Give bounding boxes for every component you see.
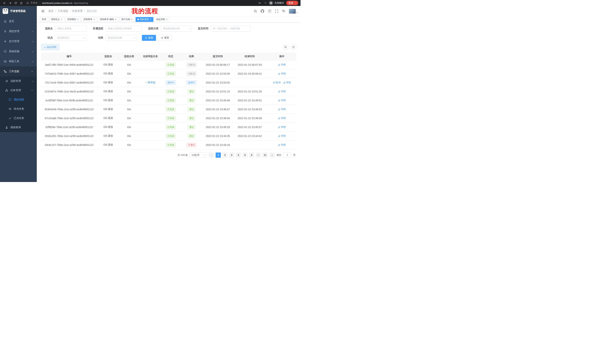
tab-我的流程[interactable]: 我的流程× (136, 17, 153, 22)
search-button[interactable]: 搜索 (142, 35, 156, 41)
detail-action[interactable]: 详情 (278, 99, 286, 102)
breadcrumb-home[interactable]: 首页 (48, 10, 53, 13)
home-nav-icon[interactable] (19, 1, 23, 5)
cell-end-time: 2022-01-23 00:07:03 (232, 60, 267, 69)
sidebar-item-leave-query[interactable]: 请假查询 (0, 123, 37, 132)
page-button-11[interactable]: 11 (262, 153, 268, 158)
tab-流程模型[interactable]: 流程模型× (65, 17, 81, 22)
placeholder-text: 请输入流程名 (57, 27, 72, 30)
tab-用户分组[interactable]: 用户分组× (119, 17, 135, 22)
app-logo[interactable]: 芋道管理系统 (0, 6, 37, 16)
cell-result: 通过 (180, 105, 204, 114)
sidebar-item-task-management[interactable]: 任务管理 (0, 86, 37, 95)
tab-发起流程[interactable]: 发起流程× (154, 17, 170, 22)
browser-menu-icon[interactable]: ⋮ (294, 2, 297, 4)
page-size-select[interactable]: 10条/页 (190, 153, 207, 158)
detail-action[interactable]: 详情 (278, 63, 286, 67)
detail-action[interactable]: 详情 (278, 72, 286, 75)
parent-process-input[interactable]: 请输入流程定义的编号 (105, 26, 142, 31)
tab-流程定义[interactable]: 流程定义× (49, 17, 64, 22)
create-process-button[interactable]: + 发起流程 (41, 44, 60, 50)
sidebar-menu: 首页 系统管理 ¥ 支付管理 基础设施 研发工具 (0, 16, 37, 132)
current-task-link[interactable]: 一级审批 (145, 81, 155, 84)
sidebar-item-payment[interactable]: ¥ 支付管理 (0, 36, 37, 46)
goto-page-input[interactable] (283, 153, 291, 158)
sidebar-item-dev-tools[interactable]: 研发工具 (0, 56, 37, 67)
tab-close-icon[interactable]: × (166, 18, 168, 21)
help-icon[interactable]: ? (268, 9, 271, 13)
tab-label: 流程定义 (51, 18, 60, 21)
detail-action[interactable]: 详情 (278, 143, 286, 147)
detail-action[interactable]: 详情 (278, 125, 286, 129)
tab-close-icon[interactable]: × (61, 18, 63, 21)
page-button-2[interactable]: 2 (222, 153, 228, 158)
page-button-1[interactable]: 1 (216, 153, 221, 158)
cell-category: OA (119, 96, 139, 105)
cell-current-task (139, 132, 162, 140)
page-ellipsis[interactable]: ••• (256, 153, 261, 158)
reload-icon[interactable] (13, 1, 18, 5)
cell-id: 03c6c157-7b9a-11ec-a290-acde48001122 (41, 140, 97, 149)
reset-button[interactable]: 重置 (158, 35, 172, 41)
font-size-icon[interactable]: TT (282, 9, 285, 13)
next-page-button[interactable]: › (270, 153, 275, 158)
category-select[interactable]: 请选择流程分类 (161, 26, 192, 31)
sidebar-item-my-process[interactable]: 我的流程 (0, 95, 37, 104)
breadcrumb-task-management[interactable]: 任务管理 (72, 10, 82, 13)
address-bar[interactable]: 不安全 | dashboard.yudao.iocoder.cn/bpm/tas… (26, 1, 257, 5)
column-header-category: 流程分类 (119, 53, 139, 60)
detail-action[interactable]: 详情 (278, 108, 286, 111)
page-button-3[interactable]: 3 (229, 153, 234, 158)
tab-close-icon[interactable]: × (77, 18, 79, 21)
tab-流程表单-编辑[interactable]: 流程表单-编辑× (98, 17, 119, 22)
sidebar-item-todo-tasks[interactable]: 待办任务 (0, 104, 37, 114)
password-key-icon[interactable] (258, 1, 262, 5)
detail-action[interactable]: 详情 (278, 116, 286, 120)
detail-action[interactable]: 详情 (278, 134, 286, 138)
refresh-table-button[interactable] (290, 44, 296, 50)
tab-close-icon[interactable]: × (115, 18, 117, 21)
tab-首页[interactable]: 首页 (40, 17, 48, 22)
cell-result: 处理中 (180, 78, 204, 87)
page-button-4[interactable]: 4 (236, 153, 241, 158)
chrome-update-button[interactable]: 更新 ⋮ (286, 1, 298, 5)
tab-close-icon[interactable]: × (93, 18, 95, 21)
start-date-placeholder: 开始日期 (217, 27, 227, 30)
result-select[interactable]: 请选择流结果 (105, 35, 137, 41)
sidebar-item-process-management[interactable]: 流程管理 (0, 77, 37, 86)
cell-submit-time: 2022-01-22 23:44:35 (204, 132, 232, 140)
sidebar-item-workflow[interactable]: 工作流程 (0, 67, 37, 77)
forward-icon[interactable] (8, 1, 12, 5)
github-icon[interactable] (260, 9, 264, 13)
prev-page-button[interactable]: ‹ (209, 153, 214, 158)
toggle-search-button[interactable] (283, 44, 289, 50)
sidebar-item-system[interactable]: 系统管理 (0, 26, 37, 36)
status-badge: 已完成 (165, 125, 176, 130)
page-button-6[interactable]: 6 (249, 153, 254, 158)
process-name-input[interactable]: 请输入流程名 (55, 26, 87, 31)
search-icon[interactable] (253, 9, 257, 13)
fullscreen-icon[interactable] (275, 9, 278, 13)
back-icon[interactable] (2, 1, 7, 5)
tab-流程表单[interactable]: 流程表单× (81, 17, 97, 22)
sidebar-item-done-tasks[interactable]: 已办任务 (0, 114, 37, 123)
sidebar-item-infrastructure[interactable]: 基础设施 (0, 46, 37, 56)
detail-action[interactable]: 详情 (283, 81, 291, 84)
breadcrumb-workflow[interactable]: 工作流程 (58, 10, 68, 13)
tab-close-icon[interactable]: × (131, 18, 133, 21)
detail-action[interactable]: 详情 (278, 90, 286, 93)
sidebar-toggle-hamburger-icon[interactable] (40, 8, 46, 14)
submit-time-range-input[interactable]: 开始日期 - 结束日期 (210, 26, 250, 31)
status-select[interactable]: 请选择状态 (55, 35, 87, 41)
page-button-5[interactable]: 5 (242, 153, 248, 158)
red-annotation-text: 我的流程 (131, 7, 158, 15)
yen-icon: ¥ (4, 40, 7, 43)
bookmark-star-icon[interactable]: ☆ (264, 1, 267, 5)
user-menu[interactable]: ▾ (289, 9, 298, 14)
cancel-action[interactable]: 取消 (273, 81, 281, 84)
sidebar-item-label: 我的流程 (14, 98, 24, 101)
date-separator: - (228, 27, 229, 30)
tab-close-icon[interactable]: × (150, 18, 151, 21)
person-icon (5, 126, 8, 129)
sidebar-item-home[interactable]: 首页 (0, 16, 37, 26)
